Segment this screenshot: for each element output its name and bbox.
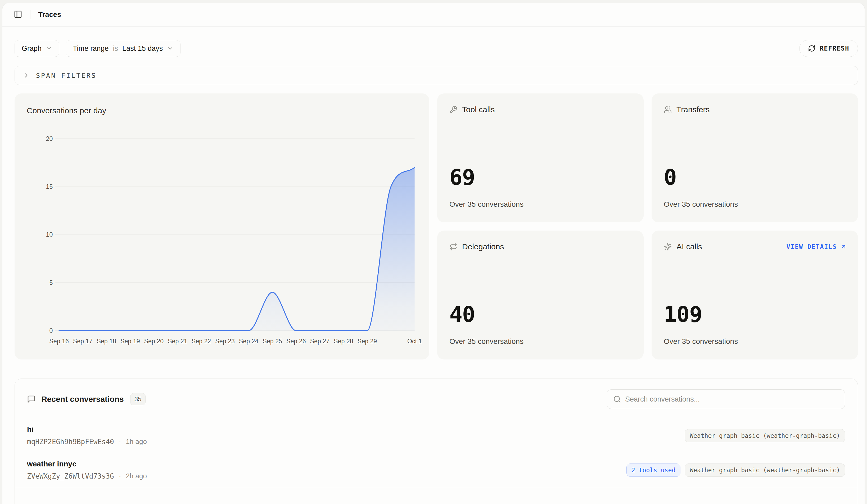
graph-dropdown-label: Graph [22, 44, 42, 53]
svg-text:Sep 17: Sep 17 [73, 338, 93, 345]
conversations-chart-card: Conversations per day 05101520Sep 16Sep … [14, 94, 429, 360]
app-header: Traces [2, 3, 865, 27]
conversation-meta: mqHZP2EGh9h9BpFEwEs40·1h ago [27, 438, 147, 446]
conversation-time: 2h ago [126, 472, 147, 480]
app-window: Traces Graph Time range is Last 15 days … [2, 3, 865, 504]
conversation-list: himqHZP2EGh9h9BpFEwEs40·1h agoWeather gr… [15, 418, 858, 487]
conversation-id: mqHZP2EGh9h9BpFEwEs40 [27, 438, 114, 446]
svg-text:Sep 25: Sep 25 [263, 338, 282, 345]
metric-header: Tool calls [449, 105, 632, 114]
metric-title: AI calls [676, 242, 702, 251]
svg-text:15: 15 [46, 183, 53, 190]
wrench-icon [449, 106, 457, 114]
graph-dropdown[interactable]: Graph [14, 40, 59, 57]
metric-value: 40 [449, 304, 475, 325]
svg-text:Sep 21: Sep 21 [168, 338, 188, 345]
chevron-down-icon [46, 45, 52, 52]
svg-text:Sep 19: Sep 19 [120, 338, 140, 345]
metric-title: Delegations [462, 242, 504, 251]
agent-badge: Weather graph basic (weather-graph-basic… [685, 429, 845, 442]
search-icon [613, 395, 621, 403]
refresh-button-label: REFRESH [820, 45, 849, 52]
panel-left-icon [14, 10, 22, 20]
svg-text:Sep 27: Sep 27 [310, 338, 330, 345]
conversation-row[interactable]: himqHZP2EGh9h9BpFEwEs40·1h agoWeather gr… [15, 418, 858, 453]
chevron-right-icon [23, 72, 30, 79]
conversation-title: weather innyc [27, 460, 147, 468]
span-filters-label: SPAN FILTERS [36, 72, 97, 79]
toolbar: Graph Time range is Last 15 days REFRESH [14, 40, 858, 57]
svg-text:20: 20 [46, 136, 53, 142]
conversation-info: himqHZP2EGh9h9BpFEwEs40·1h ago [27, 425, 147, 446]
svg-text:0: 0 [49, 327, 53, 334]
meta-separator: · [119, 472, 121, 480]
metric-title: Transfers [676, 105, 710, 114]
conversation-meta: ZVeWXgZy_Z6WltVd73s3G·2h ago [27, 472, 147, 480]
refresh-icon [808, 45, 815, 52]
metric-value: 0 [664, 167, 676, 188]
recent-conversations-title: Recent conversations [41, 395, 124, 404]
metric-header: Transfers [664, 105, 847, 114]
search-input[interactable] [607, 389, 845, 409]
chevron-down-icon [167, 45, 173, 52]
conversation-badges: 2 tools usedWeather graph basic (weather… [627, 463, 845, 477]
metric-value: 109 [664, 304, 702, 325]
metric-card-tool-calls: Tool calls69Over 35 conversations [437, 94, 644, 222]
svg-text:Sep 26: Sep 26 [286, 338, 306, 345]
svg-text:10: 10 [46, 231, 53, 238]
svg-text:Sep 29: Sep 29 [357, 338, 377, 345]
tools-used-badge: 2 tools used [627, 463, 681, 477]
agent-badge: Weather graph basic (weather-graph-basic… [685, 463, 845, 477]
sidebar-toggle-button[interactable] [12, 9, 24, 21]
conversation-title: hi [27, 425, 147, 434]
metrics-grid: Conversations per day 05101520Sep 16Sep … [14, 94, 858, 360]
metric-title: Tool calls [462, 105, 495, 114]
svg-text:Sep 20: Sep 20 [144, 338, 164, 345]
metric-subtitle: Over 35 conversations [664, 337, 738, 346]
page-title: Traces [39, 11, 61, 19]
svg-text:5: 5 [49, 279, 53, 286]
content-area: Graph Time range is Last 15 days REFRESH… [2, 40, 865, 504]
view-details-link[interactable]: VIEW DETAILS [786, 243, 847, 250]
svg-text:Sep 24: Sep 24 [239, 338, 259, 345]
conversation-info: weather innycZVeWXgZy_Z6WltVd73s3G·2h ag… [27, 460, 147, 480]
span-filters-toggle[interactable]: SPAN FILTERS [14, 66, 858, 85]
users-icon [664, 106, 672, 114]
arrow-up-right-icon [840, 243, 847, 250]
time-range-field: Time range [73, 44, 109, 53]
metric-subtitle: Over 35 conversations [449, 337, 524, 346]
svg-text:Oct 1: Oct 1 [407, 338, 422, 345]
view-details-label: VIEW DETAILS [786, 243, 837, 250]
metric-card-delegations: Delegations40Over 35 conversations [437, 230, 644, 360]
metric-subtitle: Over 35 conversations [664, 200, 738, 208]
search-box [607, 389, 845, 409]
recent-conversations-header: Recent conversations 35 [15, 379, 858, 409]
repeat-icon [449, 243, 457, 251]
meta-separator: · [119, 438, 121, 446]
metric-card-ai-calls: AI callsVIEW DETAILS109Over 35 conversat… [652, 230, 858, 360]
sparkles-icon [664, 243, 672, 251]
svg-text:Sep 23: Sep 23 [215, 338, 235, 345]
svg-text:Sep 28: Sep 28 [334, 338, 353, 345]
svg-text:Sep 18: Sep 18 [97, 338, 116, 345]
time-range-operator: is [113, 44, 118, 53]
header-divider [30, 10, 30, 19]
metric-header: Delegations [449, 242, 632, 251]
conversation-count-badge: 35 [130, 393, 146, 405]
conversations-per-day-chart: 05101520Sep 16Sep 17Sep 18Sep 19Sep 20Se… [14, 136, 429, 350]
conversation-row[interactable]: weather innycZVeWXgZy_Z6WltVd73s3G·2h ag… [15, 453, 858, 487]
svg-text:Sep 16: Sep 16 [49, 338, 69, 345]
time-range-filter[interactable]: Time range is Last 15 days [66, 40, 181, 57]
metric-value: 69 [449, 167, 475, 188]
time-range-value: Last 15 days [122, 44, 163, 53]
metric-card-transfers: Transfers0Over 35 conversations [652, 94, 858, 222]
metric-header: AI callsVIEW DETAILS [664, 242, 847, 251]
chat-bubble-icon [27, 395, 35, 404]
refresh-button[interactable]: REFRESH [799, 40, 858, 57]
conversation-time: 1h ago [126, 438, 147, 446]
metric-subtitle: Over 35 conversations [449, 200, 524, 208]
svg-text:Sep 22: Sep 22 [192, 338, 211, 345]
recent-conversations-section: Recent conversations 35 himqHZP2EGh9h9Bp… [14, 378, 858, 504]
chart-title: Conversations per day [27, 106, 106, 115]
conversation-id: ZVeWXgZy_Z6WltVd73s3G [27, 472, 114, 480]
